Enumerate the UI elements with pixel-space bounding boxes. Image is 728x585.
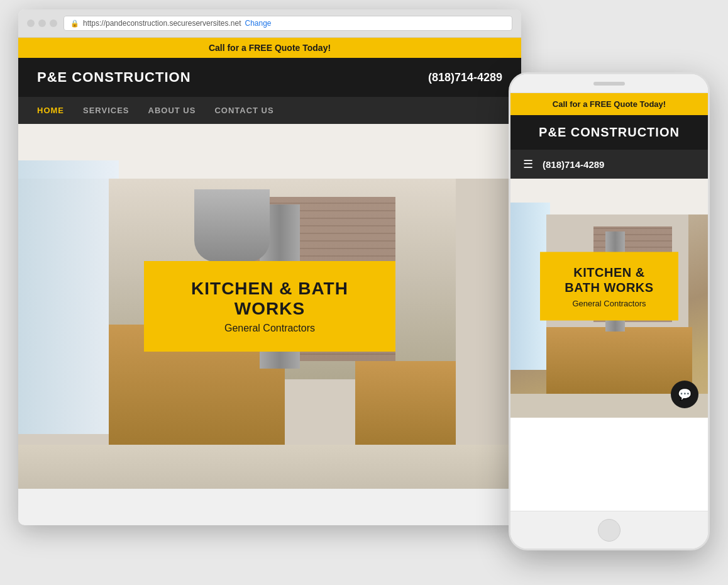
mobile-device: Call for a FREE Quote Today! P&E CONSTRU… [509, 72, 710, 550]
hero-section: KITCHEN & BATH WORKS General Contractors [18, 124, 521, 489]
mobile-hero-title: KITCHEN & BATH WORKS [556, 265, 663, 295]
mobile-phone: (818)714-4289 [543, 159, 604, 170]
nav-home[interactable]: HOME [37, 106, 64, 115]
change-link[interactable]: Change [245, 19, 271, 28]
site-nav: HOME SERVICES ABOUT US CONTACT US [18, 97, 521, 124]
k-floor [18, 445, 521, 489]
address-bar[interactable]: 🔒 https://pandeconstruction.secureserver… [63, 16, 512, 31]
mobile-header: P&E CONSTRUCTION [510, 115, 708, 150]
lock-icon: 🔒 [70, 20, 79, 28]
mobile-chat-button[interactable]: 💬 [671, 381, 698, 408]
scene: 🔒 https://pandeconstruction.secureserver… [18, 9, 710, 576]
browser-dot-red [27, 20, 35, 27]
desktop-browser: 🔒 https://pandeconstruction.secureserver… [18, 9, 521, 525]
mobile-banner: Call for a FREE Quote Today! [510, 93, 708, 115]
mobile-content: Call for a FREE Quote Today! P&E CONSTRU… [510, 93, 708, 511]
hero-title: KITCHEN & BATH WORKS [175, 279, 364, 319]
browser-dot-green [50, 20, 57, 27]
nav-about[interactable]: ABOUT US [148, 106, 196, 115]
browser-chrome: 🔒 https://pandeconstruction.secureserver… [18, 9, 521, 38]
mobile-home-button[interactable] [598, 519, 620, 542]
mobile-hero-card: KITCHEN & BATH WORKS General Contractors [540, 252, 678, 321]
mobile-hero: KITCHEN & BATH WORKS General Contractors… [510, 179, 708, 418]
mobile-nav-bar: ☰ (818)714-4289 [510, 150, 708, 179]
site-logo: P&E CONSTRUCTION [37, 69, 191, 86]
k-window [18, 160, 119, 434]
mobile-hero-subtitle: General Contractors [556, 299, 663, 308]
chat-icon: 💬 [678, 387, 692, 401]
browser-dots [27, 20, 57, 27]
browser-content: Call for a FREE Quote Today! P&E CONSTRU… [18, 38, 521, 489]
mobile-bottom-bar [510, 511, 708, 549]
mobile-banner-text: Call for a FREE Quote Today! [553, 99, 666, 109]
url-text: https://pandeconstruction.secureserversi… [83, 19, 241, 28]
nav-contact[interactable]: CONTACT US [214, 106, 273, 115]
nav-services[interactable]: SERVICES [83, 106, 130, 115]
site-phone: (818)714-4289 [428, 71, 502, 84]
site-header: P&E CONSTRUCTION (818)714-4289 [18, 58, 521, 97]
mobile-logo: P&E CONSTRUCTION [523, 125, 695, 140]
hamburger-icon[interactable]: ☰ [523, 157, 533, 171]
banner-text: Call for a FREE Quote Today! [209, 43, 331, 53]
mobile-speaker [593, 82, 625, 86]
hero-subtitle: General Contractors [175, 323, 364, 334]
mobile-top-bar [510, 74, 708, 93]
browser-dot-yellow [38, 20, 46, 27]
k-hood [194, 189, 270, 262]
site-banner: Call for a FREE Quote Today! [18, 38, 521, 58]
mk-counter [546, 327, 692, 399]
k-counter-right [355, 361, 456, 452]
hero-card: KITCHEN & BATH WORKS General Contractors [144, 261, 395, 352]
